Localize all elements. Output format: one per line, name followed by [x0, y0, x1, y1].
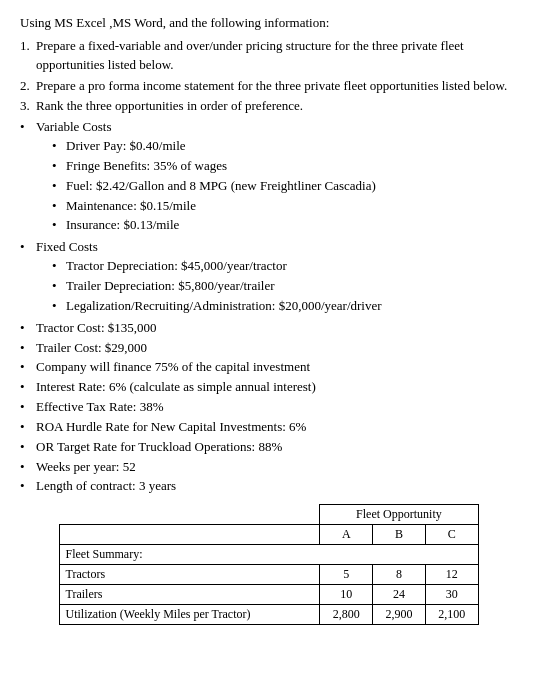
sub-item-driver-pay: • Driver Pay: $0.40/mile [52, 137, 376, 156]
sub-item-maintenance: • Maintenance: $0.15/mile [52, 197, 376, 216]
standalone-bullet-text-6: OR Target Rate for Truckload Operations:… [36, 438, 282, 457]
standalone-bullet-0: •Tractor Cost: $135,000 [20, 319, 517, 338]
standalone-bullet-dot-2: • [20, 358, 36, 377]
standalone-bullet-text-5: ROA Hurdle Rate for New Capital Investme… [36, 418, 306, 437]
utilization-b: 2,900 [373, 605, 426, 625]
sub-item-fringe-text: Fringe Benefits: 35% of wages [66, 157, 227, 176]
table-row-utilization: Utilization (Weekly Miles per Tractor) 2… [59, 605, 478, 625]
trailers-c: 30 [425, 585, 478, 605]
num-label-2: 2. [20, 77, 36, 96]
fixed-costs-label: Fixed Costs [36, 239, 98, 254]
sub-bullet-dot-4: • [52, 216, 66, 235]
numbered-item-3-text: Rank the three opportunities in order of… [36, 97, 303, 116]
tractors-c: 12 [425, 565, 478, 585]
sub-bullet-dot-2: • [52, 177, 66, 196]
num-label-3: 3. [20, 97, 36, 116]
trailers-label: Trailers [59, 585, 320, 605]
table-col-b: B [373, 525, 426, 545]
table-col-empty [59, 525, 320, 545]
sub-bullet-dot-1: • [52, 157, 66, 176]
standalone-bullet-dot-7: • [20, 458, 36, 477]
table-empty-top-left [59, 505, 320, 525]
standalone-bullet-dot-5: • [20, 418, 36, 437]
tractors-b: 8 [373, 565, 426, 585]
numbered-item-2: 2. Prepare a pro forma income statement … [20, 77, 517, 96]
sub-item-fringe: • Fringe Benefits: 35% of wages [52, 157, 376, 176]
standalone-bullet-text-0: Tractor Cost: $135,000 [36, 319, 157, 338]
trailers-a: 10 [320, 585, 373, 605]
standalone-bullet-text-1: Trailer Cost: $29,000 [36, 339, 147, 358]
variable-costs-item: • Variable Costs • Driver Pay: $0.40/mil… [20, 118, 517, 236]
utilization-c: 2,100 [425, 605, 478, 625]
sub-item-insurance-text: Insurance: $0.13/mile [66, 216, 179, 235]
standalone-bullet-dot-4: • [20, 398, 36, 417]
standalone-bullet-7: •Weeks per year: 52 [20, 458, 517, 477]
standalone-bullet-dot-3: • [20, 378, 36, 397]
standalone-bullet-dot-6: • [20, 438, 36, 457]
standalone-bullet-text-4: Effective Tax Rate: 38% [36, 398, 163, 417]
fleet-summary-header: Fleet Summary: [59, 545, 478, 565]
standalone-bullet-dot-1: • [20, 339, 36, 358]
sub-item-maintenance-text: Maintenance: $0.15/mile [66, 197, 196, 216]
standalone-bullet-text-8: Length of contract: 3 years [36, 477, 176, 496]
fleet-opportunity-header: Fleet Opportunity [320, 505, 478, 525]
sub-item-driver-pay-text: Driver Pay: $0.40/mile [66, 137, 186, 156]
standalone-bullet-dot-8: • [20, 477, 36, 496]
utilization-a: 2,800 [320, 605, 373, 625]
variable-costs-section: • Variable Costs • Driver Pay: $0.40/mil… [20, 118, 517, 236]
utilization-label: Utilization (Weekly Miles per Tractor) [59, 605, 320, 625]
table-col-c: C [425, 525, 478, 545]
standalone-bullet-3: •Interest Rate: 6% (calculate as simple … [20, 378, 517, 397]
fleet-table-container: Fleet Opportunity A B C Fleet Summary: T… [20, 504, 517, 625]
standalone-bullet-text-3: Interest Rate: 6% (calculate as simple a… [36, 378, 316, 397]
sub-bullet-dot-0: • [52, 137, 66, 156]
sub-item-trailer-dep-text: Trailer Depreciation: $5,800/year/traile… [66, 277, 275, 296]
tractors-a: 5 [320, 565, 373, 585]
trailers-b: 24 [373, 585, 426, 605]
fleet-table: Fleet Opportunity A B C Fleet Summary: T… [59, 504, 479, 625]
numbered-item-3: 3. Rank the three opportunities in order… [20, 97, 517, 116]
numbered-item-1-text: Prepare a fixed-variable and over/under … [36, 37, 517, 75]
fixed-costs-sub-list: • Tractor Depreciation: $45,000/year/tra… [52, 257, 382, 316]
standalone-bullet-6: •OR Target Rate for Truckload Operations… [20, 438, 517, 457]
standalone-bullet-dot-0: • [20, 319, 36, 338]
table-col-a: A [320, 525, 373, 545]
sub-bullet-dot-3: • [52, 197, 66, 216]
numbered-item-1: 1. Prepare a fixed-variable and over/und… [20, 37, 517, 75]
standalone-bullet-text-7: Weeks per year: 52 [36, 458, 136, 477]
sub-bullet-dot-f2: • [52, 297, 66, 316]
sub-item-legal: • Legalization/Recruiting/Administration… [52, 297, 382, 316]
standalone-bullet-8: •Length of contract: 3 years [20, 477, 517, 496]
standalone-bullet-4: •Effective Tax Rate: 38% [20, 398, 517, 417]
sub-item-tractor-dep: • Tractor Depreciation: $45,000/year/tra… [52, 257, 382, 276]
variable-costs-label: Variable Costs [36, 119, 111, 134]
intro-line1: Using MS Excel ,MS Word, and the followi… [20, 14, 517, 33]
tractors-label: Tractors [59, 565, 320, 585]
table-row-trailers: Trailers 10 24 30 [59, 585, 478, 605]
sub-item-fuel-text: Fuel: $2.42/Gallon and 8 MPG (new Freigh… [66, 177, 376, 196]
table-row-tractors: Tractors 5 8 12 [59, 565, 478, 585]
bullet-dot-variable: • [20, 118, 36, 137]
fixed-costs-section: • Fixed Costs • Tractor Depreciation: $4… [20, 238, 517, 316]
bullet-dot-fixed: • [20, 238, 36, 257]
sub-bullet-dot-f0: • [52, 257, 66, 276]
sub-bullet-dot-f1: • [52, 277, 66, 296]
fixed-costs-item: • Fixed Costs • Tractor Depreciation: $4… [20, 238, 517, 316]
standalone-bullet-2: •Company will finance 75% of the capital… [20, 358, 517, 377]
sub-item-insurance: • Insurance: $0.13/mile [52, 216, 376, 235]
sub-item-trailer-dep: • Trailer Depreciation: $5,800/year/trai… [52, 277, 382, 296]
sub-item-fuel: • Fuel: $2.42/Gallon and 8 MPG (new Frei… [52, 177, 376, 196]
numbered-item-2-text: Prepare a pro forma income statement for… [36, 77, 507, 96]
num-label-1: 1. [20, 37, 36, 56]
standalone-bullet-1: •Trailer Cost: $29,000 [20, 339, 517, 358]
standalone-bullet-text-2: Company will finance 75% of the capital … [36, 358, 310, 377]
numbered-list: 1. Prepare a fixed-variable and over/und… [20, 37, 517, 116]
standalone-bullet-5: •ROA Hurdle Rate for New Capital Investm… [20, 418, 517, 437]
sub-item-tractor-dep-text: Tractor Depreciation: $45,000/year/tract… [66, 257, 287, 276]
sub-item-legal-text: Legalization/Recruiting/Administration: … [66, 297, 382, 316]
standalone-bullets: •Tractor Cost: $135,000•Trailer Cost: $2… [20, 319, 517, 497]
variable-costs-sub-list: • Driver Pay: $0.40/mile • Fringe Benefi… [52, 137, 376, 235]
